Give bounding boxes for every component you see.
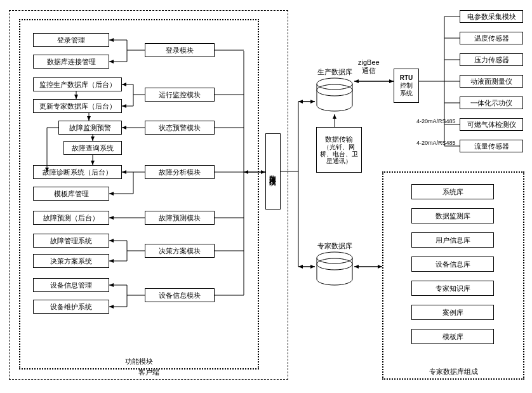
login-mgmt: 登录管理	[33, 33, 109, 47]
fault-diag-sys: 故障诊断系统（后台）	[33, 165, 122, 179]
sensor-elec: 电参数采集模块	[460, 10, 523, 23]
lib-user-info: 用户信息库	[411, 232, 494, 248]
template-mgmt: 模板库管理	[33, 187, 109, 201]
fault-forecast: 故障预测（后台）	[33, 211, 109, 225]
fault-analysis-mod: 故障分析模块	[145, 165, 215, 179]
svg-point-59	[317, 78, 352, 90]
functional-module-caption: 功能模块	[123, 357, 156, 366]
decision-sys: 决策方案系统	[33, 254, 109, 268]
lib-expert-knowledge: 专家知识库	[411, 281, 494, 296]
expert-db-panel-caption: 专家数据库组成	[427, 367, 481, 376]
expert-db-label: 专家数据库	[317, 241, 352, 251]
sensor-flow: 流量传感器	[460, 140, 523, 152]
prod-db-cylinder: 生产数据库	[315, 77, 354, 113]
fault-query-sys: 故障查询系统	[63, 141, 122, 155]
login-mod: 登录模块	[145, 43, 215, 57]
signal-label-2: 4-20mA/RS485	[416, 140, 456, 147]
prod-db-label: 生产数据库	[317, 67, 352, 77]
lib-data-monitor: 数据监测库	[411, 208, 494, 223]
db-conn-mgmt: 数据库连接管理	[33, 55, 109, 69]
lib-equip-info: 设备信息库	[411, 256, 494, 272]
lib-case: 案例库	[411, 305, 494, 320]
sensor-pressure: 压力传感器	[460, 53, 523, 66]
equip-maint-sys: 设备维护系统	[33, 300, 109, 314]
rtu-line3: 系统	[400, 90, 413, 97]
equip-info-mgmt: 设备信息管理	[33, 278, 109, 292]
lib-template: 模板库	[411, 329, 494, 344]
decision-mod: 决策方案模块	[145, 244, 215, 258]
fault-monitor-warn: 故障监测预警	[58, 121, 122, 135]
update-expert-db: 更新专家数据库（后台）	[33, 99, 122, 113]
data-transfer-sub: （光钎、网桥、电台、卫星通讯）	[319, 143, 359, 164]
data-transfer-title: 数据传输	[325, 135, 353, 143]
sensor-liquid: 动液面测量仪	[460, 75, 523, 88]
sensor-dynamo: 一体化示功仪	[460, 97, 523, 109]
rtu-line1: RTU	[400, 74, 413, 82]
expert-db-panel: 专家数据库组成	[382, 171, 524, 380]
db-connect-module-label: 数据库连接模块	[269, 170, 277, 174]
monitor-prod-db: 监控生产数据库（后台）	[33, 77, 122, 91]
signal-label-1: 4-20mA/RS485	[416, 118, 456, 125]
rtu-line2: 控制	[400, 82, 413, 90]
sensor-gas: 可燃气体检测仪	[460, 118, 523, 131]
svg-point-61	[317, 252, 352, 263]
data-transfer-box: 数据传输 （光钎、网桥、电台、卫星通讯）	[316, 127, 362, 173]
expert-db-cylinder: 专家数据库	[315, 251, 354, 287]
rtu-control-system: RTU 控制 系统	[394, 69, 419, 103]
fault-forecast-mod: 故障预测模块	[145, 211, 215, 225]
equip-info-mod: 设备信息模块	[145, 288, 215, 302]
lib-sys: 系统库	[411, 184, 494, 199]
state-warn-mod: 状态预警模块	[145, 121, 215, 135]
db-connect-module: 数据库连接模块	[265, 133, 281, 210]
fault-mgmt-sys: 故障管理系统	[33, 234, 109, 248]
run-monitor-mod: 运行监控模块	[145, 88, 215, 102]
sensor-temp: 温度传感器	[460, 32, 523, 44]
zigbee-label: zigBee 通信	[358, 58, 380, 75]
